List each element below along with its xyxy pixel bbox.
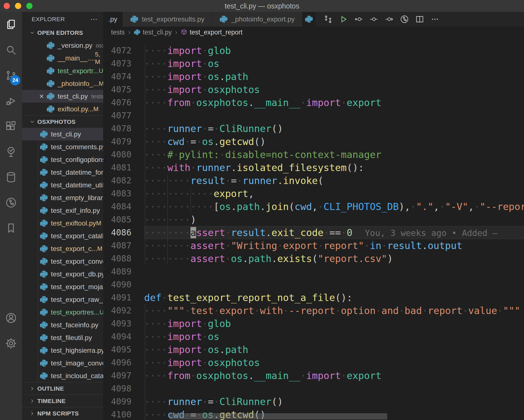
code-line[interactable]: 4084············[os.path.join(cwd,·CLI_P… — [103, 200, 524, 213]
activity-gitlens[interactable] — [0, 190, 22, 215]
close-icon[interactable]: × — [37, 92, 46, 101]
section-outline[interactable]: OUTLINE — [22, 382, 103, 395]
file-tree-item[interactable]: test_datetime_form... — [22, 166, 103, 179]
code-line[interactable]: 4090 — [103, 278, 524, 291]
python-interpreter-button[interactable] — [302, 12, 315, 27]
python-icon — [40, 334, 48, 342]
file-name: test_export_conver... — [51, 257, 103, 265]
file-tree-item[interactable]: test_export_c...M — [22, 242, 103, 255]
line-number: 4076 — [103, 96, 144, 109]
run-to-line-button[interactable] — [366, 12, 382, 27]
code-line[interactable]: 4088········assert·os.path.exists("repor… — [103, 252, 524, 265]
code-line[interactable]: 4075····import·osxphotos — [103, 83, 524, 96]
file-tree-item[interactable]: test_export_raw_ca... — [22, 293, 103, 306]
sidebar-more-actions-icon[interactable]: ⋯ — [90, 18, 98, 21]
activity-source-control[interactable]: 24 — [0, 63, 22, 88]
file-tree-item[interactable]: test_export_mojave... — [22, 280, 103, 293]
open-editor-item[interactable]: ×test_cli.pytests — [22, 90, 103, 103]
code-line[interactable]: 4082········result·=·runner.invoke( — [103, 174, 524, 187]
file-tree-item[interactable]: test_comments.py — [22, 140, 103, 153]
file-tree-item[interactable]: test_configoptions.... — [22, 153, 103, 166]
code-line[interactable]: 4080····#·pylint:·disable=not-context-ma… — [103, 148, 524, 161]
code-line[interactable]: 4081····with·runner.isolated_filesystem(… — [103, 161, 524, 174]
file-tree-item[interactable]: test_faceinfo.py — [22, 319, 103, 331]
code-line[interactable]: 4077 — [103, 109, 524, 122]
code-line[interactable]: 4096····import·osxphotos — [103, 356, 524, 369]
code-line[interactable]: 4093····import·glob — [103, 317, 524, 330]
activity-database[interactable] — [0, 164, 22, 190]
file-tree-item[interactable]: test_cli.py — [22, 128, 103, 140]
section-timeline[interactable]: TIMELINE — [22, 395, 103, 407]
compare-changes-button[interactable] — [321, 12, 336, 27]
code-line[interactable]: 4098 — [103, 382, 524, 395]
code-line[interactable]: 4089 — [103, 265, 524, 278]
activity-extensions[interactable] — [0, 114, 22, 139]
tab-test-exportresults-py[interactable]: test_exportresults.py — [123, 12, 212, 27]
activity-todo-tree[interactable] — [0, 139, 22, 164]
code-line[interactable]: 4076····from·osxphotos.__main__·import·e… — [103, 96, 524, 109]
code-line-content — [144, 278, 524, 291]
code-line[interactable]: 4091def·test_export_report_not_a_file(): — [103, 291, 524, 304]
code-line[interactable]: 4099····runner·=·CliRunner() — [103, 395, 524, 408]
open-editor-item[interactable]: test_exportr...U — [22, 64, 103, 77]
code-line[interactable]: 4078····runner·=·CliRunner() — [103, 122, 524, 135]
file-tree-item[interactable]: test_highsierra.py — [22, 344, 103, 357]
step-back-button[interactable] — [351, 12, 366, 27]
code-line[interactable]: 4094····import·os — [103, 330, 524, 343]
code-line[interactable]: 4097····from·osxphotos.__main__·import·e… — [103, 369, 524, 382]
tab--photoinfo-export-py[interactable]: _photoinfo_export.py — [212, 12, 302, 27]
minimize-window-button[interactable] — [15, 3, 21, 9]
activity-settings[interactable] — [0, 331, 22, 356]
file-tree-item[interactable]: test_fileutil.py — [22, 331, 103, 344]
file-tree-item[interactable]: test_empty_library_... — [22, 191, 103, 204]
activity-accounts[interactable] — [0, 305, 22, 331]
code-line[interactable]: 4095····import·os.path — [103, 343, 524, 356]
section-open-editors[interactable]: OPEN EDITORS — [22, 27, 103, 39]
breadcrumb-item[interactable]: test_export_report — [181, 29, 242, 36]
file-tree-item[interactable]: test_export_catalin... — [22, 230, 103, 242]
activity-explorer[interactable] — [0, 12, 22, 37]
open-editor-item[interactable]: _photoinfo_...M — [22, 77, 103, 90]
code-line[interactable]: 4074····import·os.path — [103, 70, 524, 83]
code-line[interactable]: 4079····cwd·=·os.getcwd() — [103, 135, 524, 148]
code-line[interactable]: 4073····import·os — [103, 57, 524, 70]
close-window-button[interactable] — [4, 3, 10, 9]
git-status-badge: 5, M — [95, 51, 100, 66]
run-python-file-button[interactable] — [336, 12, 351, 27]
file-tree-item[interactable]: test_export_conver... — [22, 255, 103, 268]
file-tree-item[interactable]: test_datetime_utils.... — [22, 179, 103, 191]
more-actions-button[interactable] — [427, 12, 443, 27]
section-npm-scripts[interactable]: NPM SCRIPTS — [22, 407, 103, 419]
file-tree-item[interactable]: test_exif_info.py — [22, 204, 103, 217]
code-line[interactable]: 4087········assert·"Writing·export·repor… — [103, 239, 524, 252]
breadcrumb-item[interactable]: tests — [111, 29, 125, 36]
code-line[interactable]: 4083············export, — [103, 187, 524, 200]
code-line[interactable]: 4072····import·glob — [103, 44, 524, 57]
sidebar-explorer: EXPLORER ⋯ OPEN EDITORS _version.pyosxp.… — [22, 12, 103, 420]
horizontal-scrollbar[interactable] — [170, 413, 387, 419]
file-tree-item[interactable]: test_exiftool.pyM — [22, 217, 103, 230]
open-editor-item[interactable]: exiftool.py...M — [22, 103, 103, 115]
section-osxphotos[interactable]: OSXPHOTOS — [22, 115, 103, 128]
file-tree-item[interactable]: test_export_db.py — [22, 268, 103, 280]
file-tree-item[interactable]: test_exportres...U — [22, 306, 103, 319]
step-forward-button[interactable] — [382, 12, 397, 27]
activity-run-and-debug[interactable] — [0, 88, 22, 114]
activity-bookmarks[interactable] — [0, 215, 22, 241]
tab--py[interactable]: .py — [103, 12, 123, 27]
code-line[interactable]: 4085········) — [103, 213, 524, 226]
code-line[interactable]: 4092····"""·test·export·with·--report·op… — [103, 304, 524, 317]
gitlens-graph-button[interactable] — [397, 12, 412, 27]
tab-label: test_exportresults.py — [142, 15, 204, 23]
section-label: OSXPHOTOS — [37, 118, 75, 125]
activity-search[interactable] — [0, 37, 22, 63]
zoom-window-button[interactable] — [26, 3, 33, 9]
split-editor-button[interactable] — [412, 12, 427, 27]
file-tree-item[interactable]: test_incloud_catali... — [22, 369, 103, 382]
code-editor[interactable]: 4072····import·glob4073····import·os4074… — [103, 38, 524, 420]
code-line[interactable]: 4086········assert·result.exit_code·==·0… — [103, 226, 524, 239]
open-editor-item[interactable]: __main__....5, M — [22, 52, 103, 64]
file-tree-item[interactable]: test_image_convert... — [22, 357, 103, 369]
breadcrumb-item[interactable]: test_cli.py — [134, 29, 172, 36]
open-editor-item[interactable]: _version.pyosxp... — [22, 39, 103, 52]
